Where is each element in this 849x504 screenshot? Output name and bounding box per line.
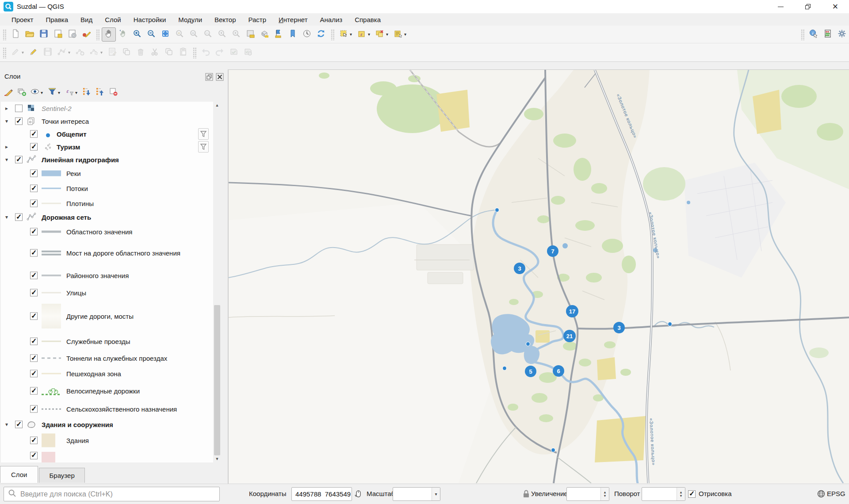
menu-интернет[interactable]: Интернет [272, 14, 314, 25]
layer-label[interactable]: Областного значения [66, 228, 132, 236]
layout-manager-button[interactable] [65, 27, 79, 42]
layer-visibility-checkbox[interactable]: ✓ [30, 249, 38, 257]
layer-row-8[interactable]: ▾✓Дорожная сеть [1, 210, 213, 223]
zoom-in-button[interactable] [130, 27, 144, 42]
menu-правка[interactable]: Правка [39, 14, 74, 25]
manage-map-themes-dropdown-icon[interactable]: ▾ [41, 90, 46, 95]
menu-справка[interactable]: Справка [348, 14, 387, 25]
menu-вектор[interactable]: Вектор [208, 14, 242, 25]
collapse-icon[interactable]: ▾ [4, 157, 10, 163]
zoom-native-button[interactable]: 1:1 [201, 27, 215, 42]
expand-all-button[interactable] [80, 86, 93, 99]
layer-label[interactable]: Пешеходная зона [66, 370, 121, 378]
paste-features-button[interactable] [176, 46, 190, 60]
layer-visibility-checkbox[interactable]: ✓ [30, 228, 38, 236]
layer-row-19[interactable]: ▾✓Здания и сооружения [1, 418, 213, 431]
remove-layer-button[interactable] [107, 86, 120, 99]
layer-row-6[interactable]: ✓Потоки [1, 181, 213, 196]
filter-legend-button[interactable] [46, 86, 59, 99]
deselect-features-dropdown-icon[interactable]: ▾ [386, 32, 391, 37]
layer-label[interactable]: Служебные проезды [66, 338, 130, 345]
zoom-out-button[interactable] [144, 27, 158, 42]
current-edits-dropdown-icon[interactable]: ▾ [22, 50, 27, 55]
layer-row-17[interactable]: ✓Велосипедные дорожки [1, 382, 213, 400]
layer-label[interactable]: Потоки [66, 185, 88, 192]
filter-indicator-icon[interactable] [198, 141, 209, 153]
statistical-summary-button[interactable] [821, 27, 835, 42]
undo-button[interactable] [199, 46, 213, 60]
layer-visibility-checkbox[interactable]: ✓ [15, 156, 23, 163]
layer-row-0[interactable]: ▸Sentinel-2 [1, 102, 213, 115]
spin-arrows[interactable]: ▲▼ [677, 488, 685, 500]
layer-label[interactable]: Туризм [57, 143, 80, 150]
layer-visibility-checkbox[interactable]: ✓ [30, 143, 38, 150]
layer-visibility-checkbox[interactable]: ✓ [30, 405, 38, 413]
menu-проект[interactable]: Проект [5, 14, 39, 25]
menu-растр[interactable]: Растр [242, 14, 272, 25]
layer-label[interactable]: Реки [66, 170, 81, 177]
layer-row-partial[interactable]: ✓ [1, 450, 213, 460]
layer-visibility-checkbox[interactable]: ✓ [30, 199, 38, 207]
current-edits-button[interactable] [8, 46, 23, 60]
pan-map-button[interactable] [102, 27, 116, 42]
layer-row-1[interactable]: ▾✓Точки интереса [1, 115, 213, 127]
filter-by-expression-dropdown-icon[interactable]: ▾ [75, 90, 80, 95]
fix-geometries-button[interactable] [241, 46, 255, 60]
layer-visibility-checkbox[interactable]: ✓ [30, 289, 38, 297]
layer-visibility-checkbox[interactable]: ✓ [30, 185, 38, 192]
rotation-spinbox[interactable]: 0,0 ° ▲▼ [642, 487, 685, 501]
select-by-expression-button[interactable]: ε [355, 27, 369, 42]
toolbar-handle[interactable] [96, 29, 99, 40]
layer-visibility-checkbox[interactable] [15, 104, 23, 112]
scroll-down-arrow[interactable]: ▼ [213, 455, 221, 462]
extents-toggle-icon[interactable] [353, 489, 363, 499]
scale-combo[interactable]: 1:73096 ▾ [393, 487, 440, 501]
layer-label[interactable]: Общепит [57, 130, 87, 137]
zoom-full-extent-button[interactable] [158, 27, 172, 42]
layer-visibility-checkbox[interactable]: ✓ [30, 130, 38, 137]
menu-вид[interactable]: Вид [74, 14, 99, 25]
delete-selected-button[interactable] [134, 46, 148, 60]
restore-button[interactable] [794, 0, 822, 13]
select-features-dropdown-icon[interactable]: ▾ [350, 32, 355, 37]
layer-row-5[interactable]: ✓Реки [1, 166, 213, 181]
layer-visibility-checkbox[interactable]: ✓ [30, 452, 38, 459]
layer-row-9[interactable]: ✓Областного значения [1, 223, 213, 240]
zoom-to-selection-button[interactable] [172, 27, 187, 42]
coordinates-input[interactable]: 4495788 7643549 [291, 487, 352, 501]
collapse-icon[interactable]: ▾ [4, 214, 10, 220]
temporal-controller-button[interactable] [300, 27, 314, 42]
close-button[interactable]: × [822, 0, 849, 13]
crs-label[interactable]: EPSG [827, 484, 845, 504]
crs-globe-icon[interactable] [816, 489, 826, 499]
locator-search[interactable]: Введите для поиска (Ctrl+K) [4, 487, 220, 501]
layer-row-2[interactable]: ✓Общепит [1, 127, 213, 140]
toolbar-handle[interactable] [330, 29, 334, 40]
check-geometries-button[interactable] [227, 46, 241, 60]
layer-label[interactable]: Велосипедные дорожки [66, 387, 140, 395]
layer-row-10[interactable]: ✓Мост на дороге областного значения [1, 240, 213, 266]
zoom-to-layer-button[interactable] [187, 27, 201, 42]
vertex-tool-dropdown-icon[interactable]: ▾ [100, 50, 105, 55]
options-button[interactable] [835, 27, 849, 42]
show-bookmarks-button[interactable] [286, 27, 300, 42]
layer-label[interactable]: Другие дороги, мосты [66, 313, 134, 320]
vertex-tool-all-layers-button[interactable] [73, 46, 87, 60]
layer-label[interactable]: Sentinel-2 [42, 104, 72, 112]
filter-legend-dropdown-icon[interactable]: ▾ [58, 90, 63, 95]
new-map-view-button[interactable] [243, 27, 257, 42]
layer-label[interactable]: Улицы [66, 289, 86, 297]
menu-анализ[interactable]: Анализ [314, 14, 349, 25]
layer-row-13[interactable]: ✓Другие дороги, мосты [1, 300, 213, 332]
layer-visibility-checkbox[interactable]: ✓ [15, 213, 23, 221]
open-project-button[interactable] [23, 27, 37, 42]
tab-слои[interactable]: Слои [0, 466, 38, 483]
layer-visibility-checkbox[interactable]: ✓ [15, 420, 23, 428]
toolbar-handle[interactable] [2, 47, 6, 58]
lock-scale-icon[interactable] [521, 489, 531, 499]
layer-row-14[interactable]: ✓Служебные проезды [1, 332, 213, 351]
save-layer-edits-button[interactable] [41, 46, 55, 60]
magnifier-spinbox[interactable]: 100% ▲▼ [566, 487, 609, 501]
manage-map-themes-button[interactable] [28, 86, 42, 99]
layer-label[interactable]: Районного значения [66, 272, 129, 279]
